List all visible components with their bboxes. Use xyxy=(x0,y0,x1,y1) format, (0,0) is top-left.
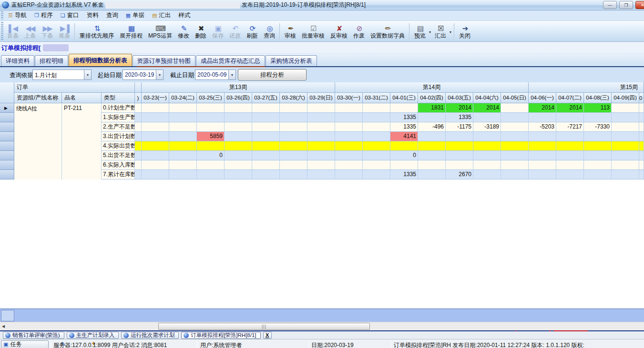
grid-cell[interactable] xyxy=(280,103,307,113)
grid-cell[interactable] xyxy=(135,151,142,160)
current-row-selector[interactable]: ▶ xyxy=(0,103,14,113)
query-button[interactable]: ◎查询 xyxy=(261,21,278,41)
grid-cell[interactable] xyxy=(169,151,197,160)
grid-cell[interactable] xyxy=(363,132,390,141)
grid-cell[interactable] xyxy=(501,122,529,132)
date-column-header[interactable]: 03-25(三) xyxy=(197,93,225,103)
product-name-cell[interactable]: PT-211 xyxy=(62,103,102,179)
chevron-down-icon[interactable]: ▼ xyxy=(84,70,91,80)
grid-cell[interactable] xyxy=(335,113,363,122)
grid-cell[interactable] xyxy=(335,132,363,141)
grid-cell[interactable]: 0 xyxy=(197,151,225,160)
grid-cell[interactable] xyxy=(363,170,390,179)
grid-cell[interactable] xyxy=(142,122,169,132)
grid-cell[interactable] xyxy=(418,132,446,141)
grid-cell[interactable]: 0 xyxy=(390,151,418,160)
grid-cell[interactable] xyxy=(529,151,556,160)
grid-cell[interactable] xyxy=(252,141,280,151)
date-column-header[interactable]: 04-09(四) xyxy=(612,93,639,103)
grid-cell[interactable] xyxy=(612,132,639,141)
grid-cell[interactable] xyxy=(418,160,446,170)
grid-cell[interactable] xyxy=(197,113,225,122)
grid-cell[interactable] xyxy=(363,141,390,151)
grid-cell[interactable] xyxy=(280,141,307,151)
grid-cell[interactable]: 1335 xyxy=(446,113,473,122)
audit-button[interactable]: ✒审核 xyxy=(282,21,299,41)
grid-cell[interactable]: 113 xyxy=(584,103,612,113)
unaudit-button[interactable]: ✘反审核 xyxy=(327,21,350,41)
dropdown-caret-icon[interactable]: ▾ xyxy=(429,30,431,34)
tab-details[interactable]: 详细资料 xyxy=(1,55,34,66)
date-column-header[interactable]: 03-24(二) xyxy=(169,93,197,103)
bottom-tab-close-button[interactable]: X xyxy=(263,332,272,339)
date-column-header[interactable]: 04-05(日) xyxy=(501,93,529,103)
grid-cell[interactable] xyxy=(135,122,142,132)
date-column-header[interactable]: 03-30(一) xyxy=(335,93,363,103)
grid-cell[interactable] xyxy=(639,122,644,132)
grid-cell[interactable] xyxy=(197,122,225,132)
grid-cell[interactable] xyxy=(169,113,197,122)
horizontal-scrollbar-thumb[interactable] xyxy=(158,323,370,330)
grid-cell[interactable]: 2014 xyxy=(529,103,556,113)
menu-item-nav[interactable]: ☰导航 xyxy=(4,10,31,20)
grid-cell[interactable] xyxy=(584,132,612,141)
grid-cell[interactable] xyxy=(529,160,556,170)
grid-cell[interactable] xyxy=(529,113,556,122)
grid-cell[interactable] xyxy=(225,141,252,151)
grid-cell[interactable] xyxy=(280,160,307,170)
grid-cell[interactable] xyxy=(142,113,169,122)
date-column-header[interactable]: 04-07(二) xyxy=(556,93,584,103)
row-selector[interactable] xyxy=(0,122,14,132)
void-button[interactable]: ⊘作废 xyxy=(350,21,368,41)
grid-cell[interactable] xyxy=(280,151,307,160)
menu-item-window[interactable]: ❏窗口 xyxy=(57,10,83,20)
tab-stock-dynamic-summary[interactable]: 成品出货库存动态汇总 xyxy=(196,55,265,66)
grid-cell[interactable] xyxy=(135,160,142,170)
grid-cell[interactable] xyxy=(225,170,252,179)
grid-cell[interactable]: 4141 xyxy=(390,132,418,141)
bottom-tab-order-simulation[interactable]: 订单模拟排程[荣浩]RH[8/1] xyxy=(181,332,260,339)
grid-cell[interactable] xyxy=(556,113,584,122)
grid-cell[interactable] xyxy=(307,151,335,160)
resource-group-cell[interactable]: 绕线A拉 xyxy=(14,103,62,179)
grid-cell[interactable] xyxy=(225,160,252,170)
grid-cell[interactable] xyxy=(363,113,390,122)
grid-cell[interactable] xyxy=(446,151,473,160)
mps-calc-button[interactable]: ⌨MPS运算 xyxy=(145,21,175,41)
grid-cell[interactable] xyxy=(335,170,363,179)
date-column-header[interactable]: 04-01(三) xyxy=(390,93,418,103)
grid-cell[interactable] xyxy=(446,160,473,170)
grid-cell[interactable] xyxy=(225,122,252,132)
grid-cell[interactable]: -7217 xyxy=(556,122,584,132)
grid-cell[interactable] xyxy=(169,170,197,179)
grid-cell[interactable] xyxy=(501,151,529,160)
grid-cell[interactable] xyxy=(418,141,446,151)
grid-cell[interactable] xyxy=(307,122,335,132)
date-column-header[interactable]: 03-28(六) xyxy=(280,93,307,103)
grid-cell[interactable] xyxy=(307,103,335,113)
grid-cell[interactable] xyxy=(446,132,473,141)
dropdown-caret-icon[interactable]: ▾ xyxy=(450,30,451,34)
bottom-tab-sales-order-review[interactable]: 销售订单评审(荣浩) xyxy=(3,332,64,339)
grid-cell[interactable] xyxy=(473,132,501,141)
grid-cell[interactable] xyxy=(612,141,639,151)
next-button[interactable]: ▶▶下条 xyxy=(39,21,56,41)
chevron-down-icon[interactable]: ▼ xyxy=(228,70,235,80)
grid-cell[interactable] xyxy=(197,170,225,179)
grid-cell[interactable] xyxy=(584,170,612,179)
horizontal-scrollbar[interactable]: ◀ xyxy=(0,322,644,330)
grid-cell[interactable] xyxy=(335,141,363,151)
grid-cell[interactable] xyxy=(307,141,335,151)
column-header[interactable]: 资源组/产线名称 xyxy=(14,93,62,103)
grid-cell[interactable] xyxy=(307,160,335,170)
grid-cell[interactable] xyxy=(135,170,142,179)
grid-cell[interactable] xyxy=(639,113,644,122)
date-column-header[interactable]: 03-31(二) xyxy=(363,93,390,103)
grid-cell[interactable]: 1831 xyxy=(418,103,446,113)
grid-cell[interactable] xyxy=(612,170,639,179)
date-column-header[interactable]: 03-29(日) xyxy=(307,93,335,103)
grid-cell[interactable] xyxy=(280,122,307,132)
grid-cell[interactable] xyxy=(335,122,363,132)
grid-cell[interactable] xyxy=(556,132,584,141)
grid-cell[interactable] xyxy=(584,141,612,151)
